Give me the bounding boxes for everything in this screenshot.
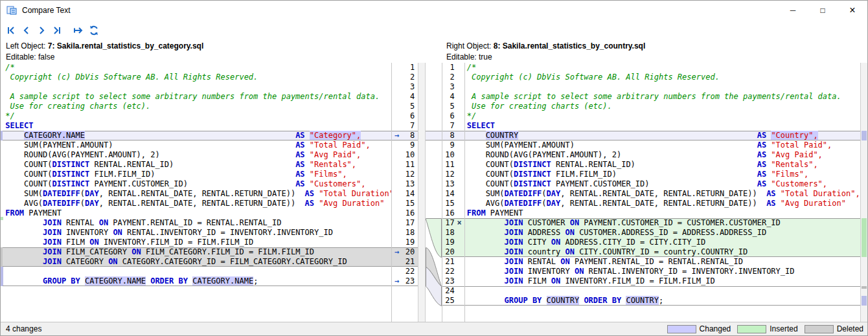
last-difference-button[interactable] (49, 23, 63, 38)
code-line[interactable]: 21 JOIN RENTAL ON PAYMENT.RENTAL_ID = RE… (442, 257, 860, 267)
code-token: DATEDIFF (43, 189, 80, 198)
code-line[interactable]: 3 (442, 82, 860, 92)
code-token: ROUND(AVG(PAYMENT.AMOUNT), 2) (5, 150, 159, 159)
code-line[interactable]: SUM(PAYMENT.AMOUNT) AS "Total Paid",9 (3, 140, 418, 150)
right-scrollbar[interactable] (860, 63, 867, 322)
code-line[interactable]: Copyright (c) DbVis Software AB. All Rig… (3, 73, 418, 82)
code-line[interactable]: 18 JOIN ADDRESS ON CUSTOMER.ADDRESS_ID =… (442, 228, 860, 238)
right-editor-pane: 1/*2 Copyright (c) DbVis Software AB. Al… (442, 63, 860, 322)
code-line[interactable]: 25 GROUP BY COUNTRY ORDER BY COUNTRY; (442, 296, 860, 306)
code-text: GROUP BY CATEGORY.NAME ORDER BY CATEGORY… (3, 276, 392, 286)
code-line[interactable]: 24 (442, 286, 860, 296)
gutter-spacer (455, 247, 464, 257)
line-number: 14 (442, 189, 455, 199)
titlebar[interactable]: Compare Text ─ □ × (1, 1, 867, 20)
first-difference-button[interactable] (4, 23, 19, 38)
code-token: INVENTORY (62, 228, 113, 237)
code-line[interactable]: 3 (3, 82, 418, 92)
code-line[interactable]: 17× JOIN CUSTOMER ON PAYMENT.CUSTOMER_ID… (442, 218, 860, 228)
code-token: "Customers", (310, 179, 366, 188)
code-line[interactable]: 10 ROUND(AVG(PAYMENT.AMOUNT), 2) AS "Avg… (442, 150, 860, 160)
code-token: FILM (523, 276, 551, 286)
next-difference-button[interactable] (34, 23, 49, 38)
code-token: COUNT( (467, 160, 514, 169)
window-controls: ─ □ × (778, 1, 867, 20)
line-gutter: 20 (442, 247, 464, 257)
close-button[interactable]: × (838, 1, 867, 20)
code-line[interactable]: JOIN CATEGORY ON CATEGORY.CATEGORY_ID = … (3, 257, 418, 267)
remove-insertion-icon[interactable]: × (455, 218, 464, 228)
previous-difference-button[interactable] (19, 23, 34, 38)
code-line[interactable]: COUNT(DISTINCT RENTAL.RENTAL_ID) AS "Ren… (3, 160, 418, 170)
code-line[interactable]: Use for creating charts (etc).5 (3, 102, 418, 111)
code-token: SUM( (467, 189, 505, 198)
code-token: PAYMENT.RENTAL_ID = RENTAL.RENTAL_ID (108, 218, 281, 227)
code-line[interactable]: 15 AVG(DATEDIFF(DAY, RENTAL.RENTAL_DATE,… (442, 199, 860, 208)
code-line[interactable]: */6 (3, 111, 418, 121)
statusbar: 4 changes Changed Inserted Deleted (1, 322, 867, 335)
gutter-spacer (392, 228, 402, 238)
code-line[interactable]: 4 A sample script to select some arbitra… (442, 92, 860, 102)
code-line[interactable]: JOIN FILM ON INVENTORY.FILM_ID = FILM.FI… (3, 238, 418, 247)
code-line[interactable]: 2 Copyright (c) DbVis Software AB. All R… (442, 73, 860, 82)
code-line[interactable]: 16FROM PAYMENT (442, 208, 860, 218)
code-line[interactable]: 8 COUNTRY AS "Country", (442, 131, 860, 140)
code-token: ; (659, 296, 663, 305)
minimize-button[interactable]: ─ (778, 1, 808, 20)
code-line[interactable]: JOIN INVENTORY ON RENTAL.INVENTORY_ID = … (3, 228, 418, 238)
code-line[interactable]: JOIN RENTAL ON PAYMENT.RENTAL_ID = RENTA… (3, 218, 418, 228)
line-number: 21 (402, 257, 418, 267)
merge-right-button[interactable] (71, 23, 86, 38)
gutter-spacer (392, 111, 402, 121)
code-line[interactable]: 20 JOIN country ON CITY.COUNTRY_ID = cou… (442, 247, 860, 257)
code-line[interactable]: GROUP BY CATEGORY.NAME ORDER BY CATEGORY… (3, 276, 418, 286)
code-line[interactable]: 22 JOIN INVENTORY ON RENTAL.INVENTORY_ID… (442, 267, 860, 276)
code-text: Copyright (c) DbVis Software AB. All Rig… (464, 73, 860, 82)
code-line[interactable]: FROM PAYMENT16 (3, 208, 418, 218)
code-line[interactable]: 19 JOIN CITY ON ADDRESS.CITY_ID = CITY.C… (442, 238, 860, 247)
merge-change-arrow-icon[interactable]: → (392, 131, 402, 140)
code-token: PAYMENT.CUSTOMER_ID) (551, 179, 650, 188)
code-line[interactable]: CATEGORY.NAME AS "Category",→8 (3, 131, 418, 140)
code-line[interactable]: 9 SUM(PAYMENT.AMOUNT) AS "Total Paid", (442, 140, 860, 150)
code-line[interactable]: 12 COUNT(DISTINCT FILM.FILM_ID) AS "Film… (442, 170, 860, 179)
code-token: AS (757, 160, 766, 169)
line-number: 21 (442, 257, 455, 267)
code-line[interactable]: /*1 (3, 63, 418, 73)
maximize-button[interactable]: □ (808, 1, 838, 20)
code-line[interactable]: COUNT(DISTINCT FILM.FILM_ID) AS "Films",… (3, 170, 418, 179)
code-line[interactable]: SUM(DATEDIFF(DAY, RENTAL.RENTAL_DATE, RE… (3, 189, 418, 199)
line-number: 19 (402, 238, 418, 247)
code-line[interactable]: ROUND(AVG(PAYMENT.AMOUNT), 2) AS "Avg Pa… (3, 150, 418, 160)
code-line[interactable]: 6*/ (442, 111, 860, 121)
code-line[interactable]: A sample script to select some arbitrary… (3, 92, 418, 102)
line-gutter: 3 (442, 82, 464, 92)
gutter-spacer (392, 208, 402, 218)
line-number: 23 (442, 276, 455, 286)
code-line[interactable]: 7SELECT (442, 121, 860, 131)
code-line[interactable]: 23 JOIN FILM ON INVENTORY.FILM_ID = FILM… (442, 276, 860, 286)
code-line[interactable]: COUNT(DISTINCT PAYMENT.CUSTOMER_ID) AS "… (3, 179, 418, 189)
code-line[interactable]: 11 COUNT(DISTINCT RENTAL.RENTAL_ID) AS "… (442, 160, 860, 170)
code-line[interactable]: 1/* (442, 63, 860, 73)
code-line[interactable]: 22 (3, 267, 418, 276)
line-number: 11 (402, 160, 418, 170)
refresh-compare-button[interactable] (86, 23, 101, 38)
left-scrollbar[interactable] (418, 63, 426, 322)
code-line[interactable]: 5 Use for creating charts (etc). (442, 102, 860, 111)
code-line[interactable]: 14 SUM(DATEDIFF(DAY, RENTAL.RENTAL_DATE,… (442, 189, 860, 199)
code-line[interactable]: AVG(DATEDIFF(DAY, RENTAL.RENTAL_DATE, RE… (3, 199, 418, 208)
code-text: JOIN ADDRESS ON CUSTOMER.ADDRESS_ID = AD… (464, 228, 860, 238)
code-line[interactable]: 13 COUNT(DISTINCT PAYMENT.CUSTOMER_ID) A… (442, 179, 860, 189)
merge-change-arrow-icon[interactable]: → (392, 247, 402, 257)
code-token: COUNT( (5, 179, 52, 188)
code-token: , RENTAL.RENTAL_DATE, RENTAL.RETURN_DATE… (99, 199, 295, 208)
code-token: "Films", (310, 170, 347, 179)
merge-change-arrow-icon[interactable]: → (392, 276, 402, 286)
code-token: DISTINCT (514, 160, 551, 169)
code-token: , RENTAL.RENTAL_DATE, RENTAL.RETURN_DATE… (560, 189, 757, 198)
code-text: SUM(PAYMENT.AMOUNT) AS "Total Paid", (464, 140, 860, 150)
code-line[interactable]: SELECT7 (3, 121, 418, 131)
code-token: RENTAL.RENTAL_ID) (89, 160, 174, 169)
code-line[interactable]: JOIN FILM_CATEGORY ON FILM_CATEGORY.FILM… (3, 247, 418, 257)
